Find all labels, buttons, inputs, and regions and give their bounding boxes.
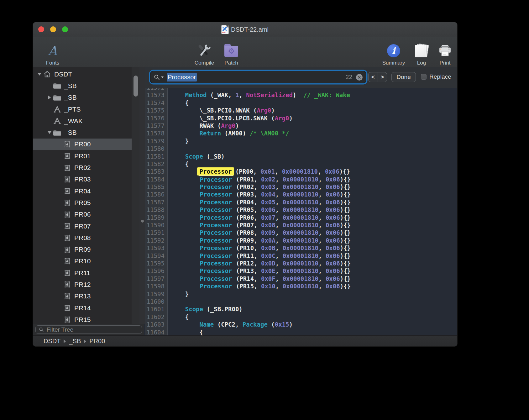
search-match: Processor	[199, 237, 233, 244]
split-handle[interactable]	[141, 220, 144, 223]
line-number: 11601	[145, 305, 168, 313]
code-line[interactable]: 11598 Processor (PR15, 0x10, 0x00001810,…	[145, 282, 457, 290]
filter-field[interactable]	[35, 325, 142, 334]
code-text: Name (CPC2, Package (0x15)	[168, 321, 293, 328]
processor-icon	[63, 315, 71, 324]
code-line[interactable]: 11582 {	[145, 160, 457, 168]
code-line[interactable]: 11577 RWAK (Arg0)	[145, 122, 457, 129]
search-match: Processor	[199, 260, 233, 267]
code-line[interactable]: 11572	[145, 88, 457, 91]
code-line[interactable]: 11595 Processor (PR12, 0x0D, 0x00001810,…	[145, 260, 457, 267]
code-line[interactable]: 11590 Processor (PR07, 0x08, 0x00001810,…	[145, 221, 457, 229]
tree-item-pr13[interactable]: PR13	[33, 291, 132, 302]
code-line[interactable]: 11601 Scope (_SB.PR00)	[145, 305, 457, 313]
line-number: 11596	[145, 267, 168, 275]
tree-item-_sb[interactable]: _SB	[33, 92, 132, 103]
code-line[interactable]: 11576 \_SB.PCI0.LPCB.SWAK (Arg0)	[145, 114, 457, 122]
next-match-button[interactable]: >	[378, 72, 387, 82]
line-number: 11574	[145, 99, 168, 107]
code-line[interactable]: 11593 Processor (PR10, 0x0B, 0x00001810,…	[145, 244, 457, 252]
code-line[interactable]: 11575 \_SB.PCI0.NWAK (Arg0)	[145, 107, 457, 114]
clear-search-icon[interactable]: ✕	[356, 74, 363, 81]
tree-item-pr12[interactable]: PR12	[33, 279, 132, 290]
tree-item-pr03[interactable]: PR03	[33, 174, 132, 185]
replace-checkbox[interactable]	[421, 74, 427, 80]
tree-item-pr05[interactable]: PR05	[33, 197, 132, 208]
tree-item-_sb[interactable]: _SB	[33, 127, 132, 138]
tree-item-_pts[interactable]: _PTS	[33, 103, 132, 115]
disclosure-triangle-icon[interactable]	[46, 131, 53, 134]
tree-item-pr01[interactable]: PR01	[33, 150, 132, 162]
sidebar-scrollbar[interactable]	[132, 67, 139, 324]
code-line[interactable]: 11588 Processor (PR05, 0x06, 0x00001810,…	[145, 206, 457, 213]
code-line[interactable]: 11591 Processor (PR08, 0x09, 0x00001810,…	[145, 229, 457, 236]
code-line[interactable]: 11581 Scope (_SB)	[145, 153, 457, 160]
tree-item-pr07[interactable]: PR07	[33, 220, 132, 232]
tree-item-pr10[interactable]: PR10	[33, 255, 132, 267]
processor-icon	[63, 292, 71, 301]
done-button[interactable]: Done	[391, 72, 416, 82]
code-text: RWAK (Arg0)	[168, 122, 239, 129]
code-line[interactable]: 11597 Processor (PR14, 0x0F, 0x00001810,…	[145, 275, 457, 282]
code-line[interactable]: 11602 {	[145, 313, 457, 321]
tree-item-pr09[interactable]: PR09	[33, 244, 132, 255]
code-line[interactable]: 11585 Processor (PR02, 0x03, 0x00001810,…	[145, 183, 457, 191]
breadcrumb-item[interactable]: PR00	[89, 338, 105, 345]
code-line[interactable]: 11596 Processor (PR13, 0x0E, 0x00001810,…	[145, 267, 457, 275]
code-line[interactable]: 11600	[145, 298, 457, 305]
processor-icon	[63, 234, 71, 242]
code-line[interactable]: 11587 Processor (PR04, 0x05, 0x00001810,…	[145, 198, 457, 206]
code-editor[interactable]: 1157211573 Method (_WAK, 1, NotSerialize…	[145, 88, 457, 336]
tree-item-dsdt[interactable]: DSDT	[33, 68, 132, 80]
line-number: 11598	[145, 282, 168, 290]
code-line[interactable]: 11603 Name (CPC2, Package (0x15)	[145, 321, 457, 328]
code-line[interactable]: 11592 Processor (PR09, 0x0A, 0x00001810,…	[145, 237, 457, 244]
code-text: Processor (PR08, 0x09, 0x00001810, 0x06)…	[168, 229, 351, 236]
tree-item-_sb[interactable]: _SB	[33, 80, 132, 92]
filter-tree-input[interactable]	[46, 326, 139, 333]
processor-icon	[63, 257, 71, 265]
code-text: Processor (PR00, 0x01, 0x00001810, 0x06)…	[168, 168, 350, 175]
code-line[interactable]: 11583 Processor (PR00, 0x01, 0x00001810,…	[145, 168, 457, 175]
title-bar[interactable]: AML DSDT-22.aml	[33, 22, 457, 37]
tree-item-pr15[interactable]: PR15	[33, 314, 132, 324]
scrollbar-thumb[interactable]	[134, 76, 138, 97]
print-button[interactable]: Print	[428, 39, 458, 66]
tree-item-pr11[interactable]: PR11	[33, 267, 132, 279]
tree-item-pr08[interactable]: PR08	[33, 232, 132, 244]
breadcrumb-item[interactable]: _SB	[69, 338, 81, 345]
previous-match-button[interactable]: <	[369, 72, 378, 82]
tree-item-pr14[interactable]: PR14	[33, 302, 132, 314]
disclosure-triangle-icon[interactable]	[36, 73, 43, 76]
processor-icon	[63, 245, 71, 254]
code-text: Processor (PR11, 0x0C, 0x00001810, 0x06)…	[168, 252, 351, 260]
disclosure-triangle-icon[interactable]	[46, 96, 53, 99]
line-number: 11593	[145, 244, 168, 252]
code-line[interactable]: 11578 Return (AM00) /* \AM00 */	[145, 129, 457, 137]
code-line[interactable]: 11584 Processor (PR01, 0x02, 0x00001810,…	[145, 176, 457, 183]
tree-item-pr00[interactable]: PR00	[33, 139, 132, 150]
tree-item-pr06[interactable]: PR06	[33, 209, 132, 220]
split-divider[interactable]	[139, 67, 145, 324]
code-line[interactable]: 11580	[145, 145, 457, 152]
search-options-chevron-icon[interactable]	[161, 76, 164, 78]
fonts-button[interactable]: A Fonts	[35, 39, 70, 66]
code-line[interactable]: 11574 {	[145, 99, 457, 107]
code-line[interactable]: 11573 Method (_WAK, 1, NotSerialized) //…	[145, 91, 457, 99]
code-line[interactable]: 11594 Processor (PR11, 0x0C, 0x00001810,…	[145, 252, 457, 260]
code-line[interactable]: 11589 Processor (PR06, 0x07, 0x00001810,…	[145, 214, 457, 221]
tree-item-_wak[interactable]: _WAK	[33, 115, 132, 127]
tree-item-label: PR05	[74, 199, 91, 207]
tree-item-label: PR07	[74, 223, 91, 230]
breadcrumb-item[interactable]: DSDT	[44, 338, 60, 345]
code-line[interactable]: 11604 {	[145, 328, 457, 336]
tree-item-pr04[interactable]: PR04	[33, 185, 132, 197]
search-match: Processor	[199, 267, 233, 275]
code-line[interactable]: 11586 Processor (PR03, 0x04, 0x00001810,…	[145, 191, 457, 198]
code-line[interactable]: 11599 }	[145, 290, 457, 298]
search-input[interactable]: Processor 22 ✕	[150, 71, 366, 83]
line-number: 11592	[145, 237, 168, 244]
code-line[interactable]: 11579 }	[145, 137, 457, 145]
tree-item-pr02[interactable]: PR02	[33, 162, 132, 173]
patch-button[interactable]: ⚙ Patch	[214, 39, 249, 66]
